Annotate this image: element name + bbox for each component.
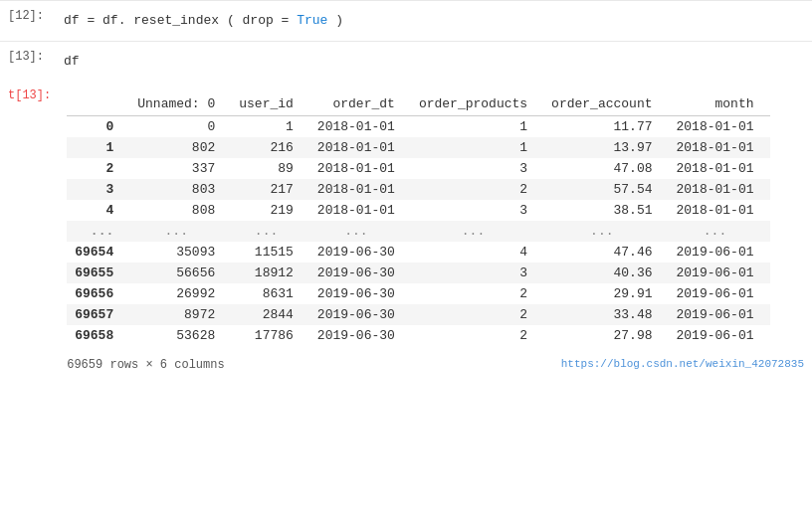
table-cell: ...: [129, 221, 231, 242]
code-paren-close: ): [335, 13, 343, 28]
table-cell: 8631: [231, 283, 309, 304]
table-cell: 0: [67, 116, 129, 138]
table-cell: 2019-06-30: [309, 242, 411, 263]
table-cell: 337: [129, 158, 231, 179]
table-cell: 2844: [231, 304, 309, 325]
table-cell: 2018-01-01: [669, 158, 770, 179]
output-cell-13: t[13]: Unnamed: 0 user_id order_dt order…: [0, 81, 812, 384]
table-cell: 2018-01-01: [669, 200, 770, 221]
table-cell: 40.36: [543, 263, 668, 283]
table-cell: 29.91: [543, 283, 668, 304]
table-cell: 17786: [231, 325, 309, 346]
table-cell: 2018-01-01: [309, 137, 411, 158]
table-cell: 802: [129, 137, 231, 158]
cell-12: [12]: df = df. reset_index ( drop = True…: [0, 0, 812, 41]
table-cell: 803: [129, 179, 231, 200]
table-cell: 26992: [129, 283, 231, 304]
table-cell: 53628: [129, 325, 231, 346]
table-row: 696562699286312019-06-30229.912019-06-01: [67, 283, 769, 304]
dataframe-table: Unnamed: 0 user_id order_dt order_produc…: [67, 92, 769, 346]
table-row: 48082192018-01-01338.512018-01-01: [67, 200, 769, 221]
table-row: 0012018-01-01111.772018-01-01: [67, 116, 769, 138]
table-header-row: Unnamed: 0 user_id order_dt order_produc…: [67, 92, 769, 116]
code-df-2: df.: [102, 13, 125, 28]
table-row: 6965556656189122019-06-30340.362019-06-0…: [67, 263, 769, 283]
notebook: [12]: df = df. reset_index ( drop = True…: [0, 0, 812, 529]
table-cell: 216: [231, 137, 309, 158]
table-cell: ...: [309, 221, 411, 242]
table-cell: ...: [669, 221, 770, 242]
table-cell: 89: [231, 158, 309, 179]
table-cell: 18912: [231, 263, 309, 283]
table-cell: 2019-06-01: [669, 242, 770, 263]
table-cell: 2: [411, 179, 543, 200]
table-cell: 2019-06-30: [309, 304, 411, 325]
table-cell: ...: [231, 221, 309, 242]
table-cell: 808: [129, 200, 231, 221]
table-cell: 69655: [67, 263, 129, 283]
code-paren-open: (: [227, 13, 235, 28]
table-cell: 2019-06-01: [669, 304, 770, 325]
table-cell: 2018-01-01: [309, 158, 411, 179]
table-cell: 11515: [231, 242, 309, 263]
table-cell: 2019-06-30: [309, 283, 411, 304]
table-cell: 2: [67, 158, 129, 179]
table-cell: 47.46: [543, 242, 668, 263]
code-line-13: df: [60, 50, 804, 74]
table-cell: 56656: [129, 263, 231, 283]
table-row: 18022162018-01-01113.972018-01-01: [67, 137, 769, 158]
row-count: 69659 rows × 6 columns: [67, 358, 224, 372]
table-cell: 3: [411, 200, 543, 221]
table-cell: ...: [543, 221, 668, 242]
table-cell: 47.08: [543, 158, 668, 179]
table-cell: 13.97: [543, 137, 668, 158]
table-cell: 2019-06-01: [669, 263, 770, 283]
table-cell: 69657: [67, 304, 129, 325]
table-cell: 3: [411, 158, 543, 179]
table-cell: 27.98: [543, 325, 668, 346]
output-content: Unnamed: 0 user_id order_dt order_produc…: [59, 85, 812, 380]
table-cell: 3: [411, 263, 543, 283]
table-cell: 69658: [67, 325, 129, 346]
table-cell: 2018-01-01: [669, 179, 770, 200]
table-cell: 4: [411, 242, 543, 263]
code-df-1: df: [64, 13, 80, 28]
table-cell: 33.48: [543, 304, 668, 325]
table-cell: 69656: [67, 283, 129, 304]
col-header-order-products: order_products: [411, 92, 543, 116]
table-cell: 2019-06-01: [669, 325, 770, 346]
table-cell: 2: [411, 283, 543, 304]
table-cell: 1: [411, 116, 543, 138]
table-cell: 2018-01-01: [669, 116, 770, 138]
table-cell: 1: [231, 116, 309, 138]
table-cell: ...: [411, 221, 543, 242]
table-row: 69657897228442019-06-30233.482019-06-01: [67, 304, 769, 325]
cell-12-label: [12]:: [0, 5, 52, 27]
cell-13-code[interactable]: df: [52, 46, 812, 78]
table-footer: 69659 rows × 6 columns https://blog.csdn…: [67, 354, 804, 376]
table-cell: 2019-06-30: [309, 263, 411, 283]
col-header-unnamed: Unnamed: 0: [129, 92, 231, 116]
table-cell: 2019-06-01: [669, 283, 770, 304]
table-cell: 3: [67, 179, 129, 200]
table-cell: 0: [129, 116, 231, 138]
table-cell: 2018-01-01: [309, 200, 411, 221]
code-true: True: [297, 13, 327, 28]
table-row: 6965853628177862019-06-30227.982019-06-0…: [67, 325, 769, 346]
table-row: 2337892018-01-01347.082018-01-01: [67, 158, 769, 179]
table-row: 6965435093115152019-06-30447.462019-06-0…: [67, 242, 769, 263]
cell-12-code[interactable]: df = df. reset_index ( drop = True ): [52, 5, 812, 37]
table-cell: 2018-01-01: [669, 137, 770, 158]
table-row: 38032172018-01-01257.542018-01-01: [67, 179, 769, 200]
table-cell: 2018-01-01: [309, 116, 411, 138]
table-cell: 8972: [129, 304, 231, 325]
table-cell: 69654: [67, 242, 129, 263]
table-cell: 2: [411, 304, 543, 325]
code-drop: drop: [243, 13, 274, 28]
cell-13: [13]: df: [0, 41, 812, 82]
table-cell: 2018-01-01: [309, 179, 411, 200]
table-cell: 2: [411, 325, 543, 346]
table-cell: 1: [411, 137, 543, 158]
table-cell: 38.51: [543, 200, 668, 221]
table-cell: 2019-06-30: [309, 325, 411, 346]
